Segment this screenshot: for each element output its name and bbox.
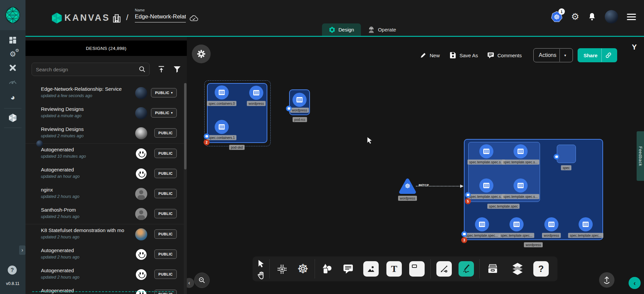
design-name-input[interactable]: Edge-Network-Relatio [135,13,186,22]
visibility-badge[interactable]: PUBLIC [154,149,177,158]
design-list-item[interactable]: Reviewing Designs updated 2 minutes ago … [25,123,184,144]
design-name: Reviewing Designs [41,126,84,132]
design-owner-avatar [135,87,147,99]
shapes-dock-toggle[interactable]: Y [630,43,639,52]
kubernetes-tool[interactable]: ☸ [296,262,310,276]
pen-path-tool[interactable] [436,261,452,277]
kubernetes-context-button[interactable]: ☸ 1 [551,11,562,22]
container-node[interactable] [475,217,489,231]
new-design-button[interactable]: New [420,50,440,60]
container-node[interactable] [579,217,593,231]
visibility-badge[interactable]: PUBLIC [154,229,177,239]
copy-link-icon[interactable] [602,52,615,59]
sidebar-item-extensions[interactable]: ◕ [0,91,25,104]
issue-count-badge[interactable]: 5 [465,198,471,204]
container-node[interactable] [479,144,493,158]
design-list-item[interactable]: Reviewing Designs updated a minute ago P… [25,103,184,124]
pod-kind-badge[interactable] [286,106,292,112]
sidebar-item-kanvas[interactable] [0,111,25,125]
design-list-item[interactable]: Autogenerated updated 10 minutes ago PUB… [25,144,184,164]
comment-tool[interactable] [341,262,355,276]
container-node[interactable] [509,217,524,231]
caret-down-icon[interactable]: ▾ [560,53,571,58]
meshery-logo[interactable] [0,0,25,30]
container-node[interactable] [479,178,493,193]
image-tool[interactable] [363,261,379,277]
fit-view-button[interactable] [599,272,614,288]
components-tool[interactable] [275,263,289,276]
sidebar-item-dashboard[interactable] [0,33,25,47]
pod-kind-badge[interactable] [554,154,559,160]
container-node[interactable] [514,178,528,193]
container-node[interactable] [292,93,307,107]
issue-count-badge[interactable]: 2 [204,139,210,145]
share-button[interactable]: Share [578,48,617,62]
help-button[interactable]: ? [8,266,17,275]
toolbar-divider [430,259,431,279]
spec-node[interactable] [557,145,576,163]
design-list-item[interactable]: nginx updated 2 hours ago PUBLIC [25,184,184,204]
panel-scrollbar-thumb[interactable] [184,83,186,169]
select-cursor-tool[interactable] [255,259,267,269]
tab-design[interactable]: Design [322,23,361,36]
comments-button[interactable]: Comments [487,50,522,60]
container-node[interactable] [544,217,558,231]
feedback-tab[interactable]: Feedback [637,131,644,181]
visibility-badge[interactable]: PUBLIC [154,249,177,259]
visibility-badge[interactable]: PUBLIC [154,209,177,218]
user-avatar[interactable] [605,10,618,23]
text-tool[interactable]: T [386,261,402,277]
freehand-draw-tool[interactable] [459,261,474,277]
actions-button[interactable]: Actions ▾ [533,48,573,62]
collapse-dock-button[interactable]: ‹ [629,277,641,289]
zoom-button[interactable] [194,273,210,288]
design-list-item[interactable]: Santhosh-Prom updated 2 hours ago PUBLIC [25,204,184,224]
pod-kind-badge[interactable] [204,134,210,139]
design-updated: updated 2 hours ago [41,214,79,219]
design-search-box[interactable] [32,63,150,76]
note-tool[interactable] [409,261,425,277]
visibility-badge[interactable]: PUBLIC [154,169,177,178]
search-input[interactable] [35,66,139,73]
design-list-item[interactable]: Edge-Network-Relationship: Service updat… [25,83,184,103]
tab-operate[interactable]: Operate [361,23,403,36]
help-tool[interactable]: ? [533,261,549,277]
designs-drawer-tool[interactable] [485,262,500,276]
container-node[interactable] [514,144,528,158]
pan-hand-tool[interactable] [255,270,268,281]
design-list-item[interactable]: Autogenerated updated an hour ago PUBLIC [25,164,184,184]
menu-hamburger-icon[interactable] [627,14,636,20]
visibility-badge[interactable]: PUBLIC [154,270,177,279]
sidebar-item-configuration[interactable] [0,61,25,75]
design-name-field[interactable]: Name Edge-Network-Relatio [135,8,186,22]
notifications-bell-icon[interactable] [588,12,596,21]
container-node[interactable] [215,85,229,99]
import-design-icon[interactable] [157,65,166,73]
visibility-select[interactable]: PUBLIC▾ [151,108,177,118]
dashboard-grid-icon [9,36,17,44]
design-owner-avatar [135,248,147,261]
design-list-item[interactable]: K8 Statefulset demonstration with mo upd… [25,224,184,245]
design-list-item[interactable]: Autogenerated updated 2 hours ago PUBLIC [25,285,184,294]
design-list-item[interactable]: Autogenerated updated 2 hours ago PUBLIC [25,265,184,285]
sidebar-item-performance[interactable] [0,75,25,88]
sidebar-item-lifecycle[interactable]: ⚙⚙ [0,48,25,61]
filter-icon[interactable] [173,66,181,73]
organization-icon[interactable] [112,13,122,23]
canvas-menu-button[interactable] [192,45,211,63]
layers-tool[interactable] [510,261,525,277]
save-as-button[interactable]: Save As [449,50,478,60]
pod-kind-badge[interactable] [465,192,471,198]
issue-count-badge[interactable]: 3 [461,237,467,243]
container-node[interactable] [249,86,263,100]
visibility-select[interactable]: PUBLIC▾ [151,88,177,97]
visibility-badge[interactable]: PUBLIC [154,128,177,138]
design-updated: updated a few seconds ago [41,93,92,98]
design-list-item[interactable]: Autogenerated updated 2 hours ago PUBLIC [25,244,184,265]
container-node[interactable] [215,120,229,134]
settings-gear-icon[interactable]: ⚙ [571,12,579,21]
sidebar-expand-handle[interactable]: › [19,245,25,255]
pod-kind-badge[interactable] [462,231,467,237]
visibility-badge[interactable]: PUBLIC [154,189,177,198]
shapes-tool[interactable] [320,262,334,276]
